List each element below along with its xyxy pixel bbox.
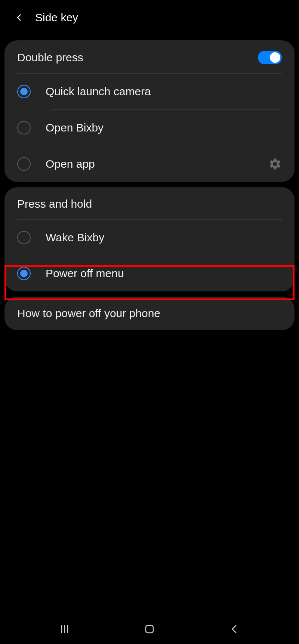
option-label: Open Bixby xyxy=(46,121,282,134)
page-title: Side key xyxy=(35,11,78,24)
option-quick-launch-camera[interactable]: Quick launch camera xyxy=(4,74,295,109)
double-press-toggle[interactable] xyxy=(258,51,282,64)
option-power-off-menu[interactable]: Power off menu xyxy=(4,256,295,291)
nav-bar xyxy=(0,614,299,644)
back-icon[interactable] xyxy=(15,13,24,22)
info-card[interactable]: How to power off your phone xyxy=(4,297,295,330)
double-press-header: Double press xyxy=(4,40,295,73)
radio-dot xyxy=(20,270,28,277)
radio-button[interactable] xyxy=(17,267,31,280)
double-press-title: Double press xyxy=(17,51,83,64)
option-open-app[interactable]: Open app xyxy=(4,146,295,182)
option-open-bixby[interactable]: Open Bixby xyxy=(4,110,295,146)
radio-button[interactable] xyxy=(17,85,31,98)
option-label: Quick launch camera xyxy=(46,85,282,98)
press-hold-card: Press and hold Wake Bixby Power off menu xyxy=(4,187,295,291)
nav-back-icon[interactable] xyxy=(227,622,242,637)
radio-button[interactable] xyxy=(17,121,31,134)
press-hold-title: Press and hold xyxy=(17,198,92,210)
option-label: Open app xyxy=(46,158,253,170)
gear-icon[interactable] xyxy=(268,157,282,171)
option-label: Power off menu xyxy=(46,267,282,280)
header: Side key xyxy=(0,0,299,35)
double-press-card: Double press Quick launch camera Open Bi… xyxy=(4,40,295,182)
home-icon[interactable] xyxy=(142,622,157,637)
option-wake-bixby[interactable]: Wake Bixby xyxy=(4,220,295,256)
press-hold-header: Press and hold xyxy=(4,187,295,219)
info-text: How to power off your phone xyxy=(17,307,282,320)
radio-button[interactable] xyxy=(17,231,31,244)
radio-button[interactable] xyxy=(17,157,31,171)
option-label: Wake Bixby xyxy=(46,231,282,244)
svg-rect-3 xyxy=(146,625,153,633)
radio-dot xyxy=(20,88,28,95)
toggle-knob xyxy=(270,52,280,63)
recents-icon[interactable] xyxy=(57,622,72,637)
